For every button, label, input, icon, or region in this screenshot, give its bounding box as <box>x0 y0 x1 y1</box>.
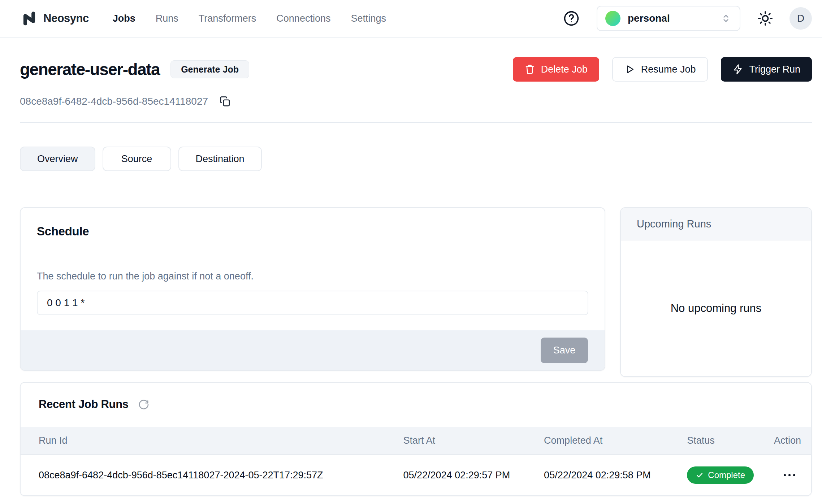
delete-job-button[interactable]: Delete Job <box>513 57 599 82</box>
lightning-bolt-icon <box>732 64 743 75</box>
brand-logo[interactable]: Neosync <box>21 10 89 27</box>
upcoming-runs-header: Upcoming Runs <box>621 208 811 240</box>
runs-table-header: Run Id Start At Completed At Status Acti… <box>21 427 811 455</box>
nav-item-transformers[interactable]: Transformers <box>199 13 256 24</box>
tab-destination[interactable]: Destination <box>178 147 262 171</box>
nav-item-settings[interactable]: Settings <box>351 13 386 24</box>
save-button[interactable]: Save <box>541 338 588 363</box>
nav-item-connections[interactable]: Connections <box>276 13 330 24</box>
schedule-title: Schedule <box>37 225 588 238</box>
main-nav: Jobs Runs Transformers Connections Setti… <box>113 13 386 24</box>
tab-source[interactable]: Source <box>103 147 171 171</box>
schedule-description: The schedule to run the job against if n… <box>37 271 588 282</box>
overview-cards-row: Schedule The schedule to run the job aga… <box>20 207 812 377</box>
refresh-icon[interactable] <box>137 398 150 411</box>
column-completed-at: Completed At <box>544 435 687 446</box>
cron-schedule-input[interactable] <box>37 291 588 315</box>
status-badge: Complete <box>687 466 754 484</box>
job-overview-page: generate-user-data Generate Job Delete J… <box>0 57 822 496</box>
neosync-logo-icon <box>21 10 38 27</box>
brand-name: Neosync <box>43 12 89 25</box>
column-status: Status <box>687 435 774 446</box>
theme-toggle-sun-icon[interactable] <box>757 10 774 27</box>
nav-item-jobs[interactable]: Jobs <box>113 13 135 24</box>
account-avatar-gradient <box>605 11 620 26</box>
start-at-cell: 05/22/2024 02:29:57 PM <box>403 470 544 481</box>
upcoming-runs-empty-state: No upcoming runs <box>621 240 811 376</box>
recent-job-runs-card: Recent Job Runs Run Id Start At Complete… <box>20 382 812 496</box>
table-row[interactable]: 08ce8a9f-6482-4dcb-956d-85ec14118027-202… <box>21 455 811 495</box>
check-icon <box>696 471 704 479</box>
nav-item-runs[interactable]: Runs <box>156 13 178 24</box>
trigger-run-label: Trigger Run <box>749 64 800 75</box>
upcoming-runs-card: Upcoming Runs No upcoming runs <box>620 207 812 377</box>
chevron-up-down-icon <box>720 13 732 24</box>
user-avatar-initial: D <box>797 13 804 24</box>
recent-job-runs-title: Recent Job Runs <box>39 398 129 411</box>
trigger-run-button[interactable]: Trigger Run <box>721 57 812 82</box>
copy-icon[interactable] <box>219 95 231 108</box>
schedule-card: Schedule The schedule to run the job aga… <box>20 207 605 371</box>
job-tabs: Overview Source Destination <box>20 147 812 171</box>
column-action: Action <box>774 435 812 446</box>
play-icon <box>624 64 635 75</box>
job-id: 08ce8a9f-6482-4dcb-956d-85ec14118027 <box>20 96 208 107</box>
page-actions: Delete Job Resume Job Trigger Run <box>513 57 812 82</box>
completed-at-cell: 05/22/2024 02:29:58 PM <box>544 470 687 481</box>
status-label: Complete <box>708 470 745 480</box>
section-divider <box>20 122 812 123</box>
ellipsis-icon[interactable] <box>782 470 797 480</box>
column-run-id: Run Id <box>21 435 403 446</box>
delete-job-label: Delete Job <box>541 64 588 75</box>
tab-overview[interactable]: Overview <box>20 147 95 171</box>
top-nav: Neosync Jobs Runs Transformers Connectio… <box>0 0 822 38</box>
account-name: personal <box>628 13 713 24</box>
job-id-row: 08ce8a9f-6482-4dcb-956d-85ec14118027 <box>20 95 812 108</box>
recent-job-runs-header: Recent Job Runs <box>21 383 811 427</box>
resume-job-button[interactable]: Resume Job <box>612 57 708 82</box>
help-icon[interactable] <box>563 10 580 27</box>
account-switcher[interactable]: personal <box>597 6 740 31</box>
action-cell <box>774 470 811 480</box>
resume-job-label: Resume Job <box>641 64 696 75</box>
schedule-card-footer: Save <box>21 330 605 370</box>
column-start-at: Start At <box>403 435 544 446</box>
trash-icon <box>524 64 535 75</box>
page-title: generate-user-data <box>20 60 160 79</box>
page-header: generate-user-data Generate Job Delete J… <box>20 57 812 82</box>
status-cell: Complete <box>687 466 774 484</box>
job-type-badge: Generate Job <box>170 60 249 78</box>
user-avatar[interactable]: D <box>789 7 812 30</box>
run-id-cell: 08ce8a9f-6482-4dcb-956d-85ec14118027-202… <box>21 470 403 481</box>
